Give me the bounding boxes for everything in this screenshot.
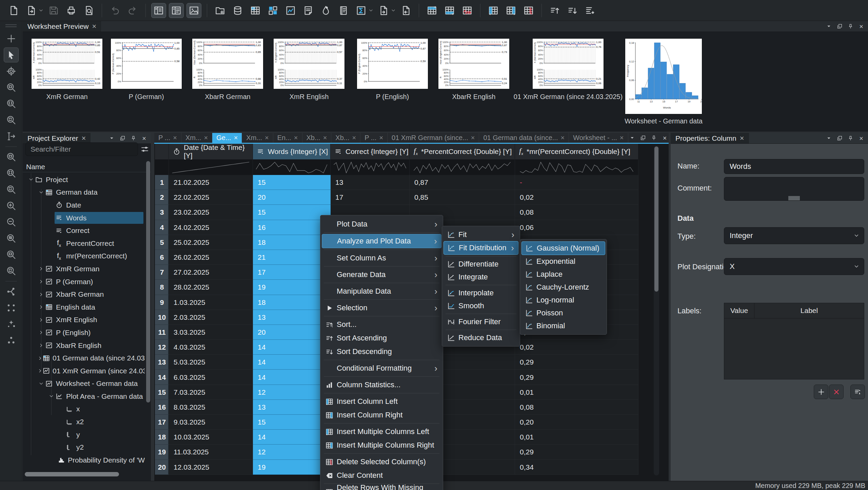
tree-item-german-data[interactable]: German data: [23, 186, 145, 199]
cell-mr[interactable]: 0,20: [515, 415, 638, 430]
remove-label-button[interactable]: [829, 385, 844, 399]
tree-item-probability-density-of-w[interactable]: Probability Density of 'W: [23, 454, 145, 467]
insert-column-left-button[interactable]: [486, 3, 501, 18]
tree-item-xbarr-german[interactable]: XbarR German: [23, 288, 145, 301]
tree-item-english-data[interactable]: English data: [23, 301, 145, 314]
batch-edit-labels-button[interactable]: [850, 385, 865, 399]
close-icon[interactable]: ×: [81, 134, 86, 143]
cell-date[interactable]: 1.03.2025: [169, 295, 253, 310]
expand-icon[interactable]: [38, 343, 44, 348]
row-number[interactable]: 16: [155, 400, 169, 415]
row-number[interactable]: 8: [155, 280, 169, 295]
new-workbook-button[interactable]: [230, 3, 245, 18]
cell-words[interactable]: 21: [253, 250, 331, 265]
cell-date[interactable]: 25.02.2025: [169, 235, 253, 250]
close-icon[interactable]: ×: [265, 134, 269, 142]
tree-item-words[interactable]: Words: [23, 212, 145, 224]
worksheet-thumbnail[interactable]: 100%80%60%40%20%0%1,000,76100%80%60%40%2…: [533, 39, 604, 89]
cell-date[interactable]: 9.03.2025: [169, 415, 253, 430]
submenu-item-fit-distribution[interactable]: Fit Distribution›: [443, 241, 518, 255]
auto-scale-tool[interactable]: [4, 317, 19, 332]
new-worksheet-button[interactable]: [283, 3, 298, 18]
close-icon[interactable]: ×: [379, 134, 383, 142]
tree-item-xmr-english[interactable]: XmR English: [23, 314, 145, 327]
add-label-button[interactable]: [814, 385, 828, 399]
cell-date[interactable]: 7.03.2025: [169, 385, 253, 400]
expand-icon[interactable]: [38, 356, 43, 361]
sort-button[interactable]: [583, 3, 597, 18]
remove-rows-button[interactable]: [460, 3, 475, 18]
menu-item-sort-descending[interactable]: Sort Descending: [322, 345, 441, 358]
explorer-horizontal-scrollbar[interactable]: [25, 472, 119, 476]
collapse-icon[interactable]: [38, 381, 44, 386]
close-panel-icon[interactable]: ×: [857, 22, 865, 31]
cell-mr[interactable]: 0,01: [515, 385, 638, 400]
worksheet-thumbnail[interactable]: 100%80%60%40%20%0%1,000,870,57100%80%60%…: [274, 39, 344, 89]
cell-date[interactable]: 5.03.2025: [169, 355, 253, 370]
sheet-tab-xm[interactable]: Xm...×: [242, 133, 273, 143]
cell-mr[interactable]: 0,08: [515, 400, 638, 415]
sheet-tab-en[interactable]: En...×: [273, 133, 302, 143]
submenu-item-fourier-filter[interactable]: Fourier Filter: [443, 315, 518, 328]
zoom-fit-selection-tool[interactable]: [4, 247, 19, 262]
sort-ascending-button[interactable]: [547, 3, 562, 18]
submenu-item-fit[interactable]: Fit›: [443, 228, 518, 241]
pin-panel-icon[interactable]: [129, 134, 137, 142]
menu-item-delete-rows-with-missing-values[interactable]: Delete Rows With Missing Values: [322, 485, 441, 490]
menu-item-insert-multiple-columns-left[interactable]: Insert Multiple Columns Left: [322, 425, 441, 438]
import-button[interactable]: [376, 3, 391, 18]
expand-icon[interactable]: [38, 266, 44, 271]
search-input[interactable]: Search/Filter: [25, 142, 138, 156]
expand-icon[interactable]: [38, 368, 43, 373]
cell-date[interactable]: 22.02.2025: [169, 190, 253, 205]
cell-words[interactable]: 12: [253, 385, 331, 400]
cell-date[interactable]: 28.02.2025: [169, 280, 253, 295]
submenu-item-interpolate[interactable]: Interpolate: [443, 287, 518, 299]
undo-button[interactable]: [107, 3, 122, 18]
new-project-button[interactable]: [6, 3, 21, 18]
cell-words[interactable]: 19: [253, 280, 331, 295]
sheet-tab-01-xmr-german-since[interactable]: 01 XmR German (since...×: [388, 133, 479, 143]
submenu-item-differentiate[interactable]: Differentiate: [443, 258, 518, 271]
cluster-points-tool[interactable]: [4, 333, 19, 348]
menu-item-generate-data[interactable]: Generate Data›: [322, 268, 441, 281]
new-cas-worksheet-button[interactable]: [354, 3, 369, 18]
cell-date[interactable]: 24.02.2025: [169, 220, 253, 235]
cell-mr[interactable]: 0,02: [515, 190, 638, 205]
add-plot-tool[interactable]: [4, 31, 19, 46]
cell-date[interactable]: 3.03.2025: [169, 325, 253, 340]
labels-label-header[interactable]: Label: [754, 303, 864, 318]
tree-item-01-xmr-german-since-24-03-2[interactable]: 01 XmR German (since 24.03.2: [23, 365, 145, 377]
zoom-fit-tool[interactable]: [4, 231, 19, 246]
sheet-tab-xm[interactable]: Xm...×: [181, 133, 212, 143]
row-number[interactable]: 7: [155, 265, 169, 280]
panel-menu-icon[interactable]: [825, 22, 833, 31]
tree-item-plot-area-german-data[interactable]: Plot Area - German data: [23, 390, 145, 403]
close-icon[interactable]: ×: [204, 134, 208, 142]
open-project-button[interactable]: [24, 3, 39, 18]
pin-panel-icon[interactable]: [846, 134, 854, 142]
column-header-percentcorrect[interactable]: fx*PercentCorrect {Double} [Y]: [410, 144, 515, 159]
row-number[interactable]: 9: [155, 295, 169, 310]
collapse-icon[interactable]: [27, 177, 34, 182]
cell-mr[interactable]: 0,01: [515, 430, 638, 445]
sheet-scrollbar-thumb[interactable]: [654, 146, 658, 292]
insert-row-below-button[interactable]: [442, 3, 457, 18]
worksheet-thumbnail[interactable]: 100%80%60%40%20%0%1,000,870,73100%80%60%…: [438, 39, 509, 89]
cell-words[interactable]: 20: [253, 190, 331, 205]
worksheet-thumbnail[interactable]: 100%80%60%40%20%0%1,000,870,59P (English…: [357, 39, 428, 89]
menu-item-delete-selected-column-s[interactable]: Delete Selected Column(s): [322, 455, 441, 469]
cell-date[interactable]: 27.02.2025: [169, 265, 253, 280]
new-datapicker-button[interactable]: [318, 3, 333, 18]
new-note-button[interactable]: [301, 3, 316, 18]
expand-icon[interactable]: [38, 317, 44, 322]
toggle-worksheet-preview-button[interactable]: [186, 3, 201, 18]
cell-date[interactable]: 8.03.2025: [169, 400, 253, 415]
sheet-tab-p[interactable]: P ...×: [154, 133, 181, 143]
worksheet-thumbnail[interactable]: 0,180,120,060,00111315171921WordsFrequen…: [625, 39, 702, 114]
cell-words[interactable]: 14: [253, 370, 331, 385]
sheet-tab-xb[interactable]: Xb...×: [302, 133, 332, 143]
cell-words[interactable]: 15: [253, 205, 331, 220]
tree-item-project[interactable]: Project: [23, 173, 145, 186]
cell-mr[interactable]: 0,08: [515, 205, 638, 220]
